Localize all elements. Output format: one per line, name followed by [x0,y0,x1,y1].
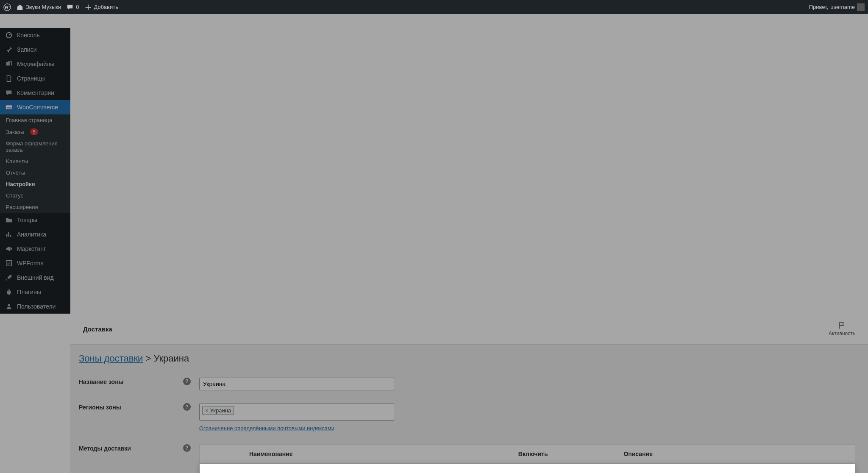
svg-point-5 [8,304,10,306]
username: username [830,4,855,10]
folder-icon [5,216,13,224]
site-home-link[interactable]: Звуки Музыки [16,3,61,11]
wc-header: Доставка Активность [70,314,868,345]
menu-plugins[interactable]: Плагины [0,285,70,299]
region-tag-label: Украина [210,407,231,414]
zone-name-label: Название зоны [79,378,124,385]
add-new-link[interactable]: Добавить [84,3,118,11]
admin-sidebar: Консоль Записи Медиафайлы Страницы Комме… [0,28,70,314]
chart-icon [5,231,13,238]
add-new-label: Добавить [94,4,118,10]
menu-analytics[interactable]: Аналитика [0,227,70,242]
methods-label: Методы доставки [79,445,131,452]
media-icon [5,60,13,68]
col-enable-header: Включить [512,445,617,464]
menu-pages[interactable]: Страницы [0,71,70,86]
comment-icon [5,89,13,97]
woo-submenu: Главная страница Заказы 5 Форма оформлен… [0,114,70,213]
zone-regions-label: Регионы зоны [79,404,121,411]
wordpress-icon [3,3,11,11]
remove-tag-icon[interactable]: × [205,407,209,414]
activity-panel-toggle[interactable]: Активность [829,321,855,337]
menu-wpforms[interactable]: WPForms [0,256,70,270]
col-name-header: Наименование [242,445,512,464]
megaphone-icon [5,245,13,253]
page-title: Доставка [83,326,112,333]
flag-icon [837,321,846,330]
svg-text:woo: woo [6,106,13,109]
content-area: Доставка Активность Зоны доставки > Укра… [70,314,868,473]
breadcrumb-root-link[interactable]: Зоны доставки [79,353,143,364]
admin-bar: Звуки Музыки 0 Добавить Привет, username [0,0,868,14]
limit-postcodes-link[interactable]: Ограничение определёнными почтовыми инде… [199,425,334,431]
comments-link[interactable]: 0 [66,3,79,11]
brush-icon [5,274,13,281]
menu-products[interactable]: Товары [0,213,70,227]
user-icon [5,303,13,310]
form-icon [5,259,13,267]
zone-regions-select[interactable]: × Украина [199,403,394,421]
menu-posts[interactable]: Записи [0,42,70,57]
wp-logo[interactable] [3,3,11,11]
menu-comments[interactable]: Комментарии [0,86,70,100]
menu-pointer-icon [67,104,70,111]
menu-woocommerce[interactable]: woo WooCommerce [0,100,70,114]
page-icon [5,75,13,82]
pin-icon [5,46,13,53]
submenu-checkout-form[interactable]: Форма оформления заказа [0,138,70,156]
submenu-extensions[interactable]: Расширения [0,201,70,213]
woo-icon: woo [5,103,13,111]
region-tag: × Украина [202,406,234,415]
submenu-customers[interactable]: Клиенты [0,156,70,167]
zone-name-input[interactable] [199,378,394,390]
comment-icon [66,3,74,11]
account-link[interactable]: Привет, username [809,3,865,11]
breadcrumb: Зоны доставки > Украина [79,353,860,364]
menu-marketing[interactable]: Маркетинг [0,242,70,256]
submenu-home[interactable]: Главная страница [0,114,70,126]
site-name: Звуки Музыки [26,4,61,10]
dashboard-icon [5,31,13,39]
comments-count: 0 [76,4,79,10]
submenu-settings[interactable]: Настройки [0,178,70,190]
submenu-status[interactable]: Статус [0,190,70,201]
menu-appearance[interactable]: Внешний вид [0,270,70,285]
avatar [857,3,865,11]
breadcrumb-sep: > [145,353,151,364]
menu-dashboard[interactable]: Консоль [0,28,70,42]
zone-form: Название зоны ? Регионы зоны ? [79,373,860,473]
submenu-orders[interactable]: Заказы 5 [0,126,70,138]
activity-label: Активность [829,331,855,337]
plugin-icon [5,288,13,296]
plus-icon [84,3,92,11]
col-desc-header: Описание [617,445,855,464]
orders-badge: 5 [30,128,38,135]
shipping-methods-table: Наименование Включить Описание ≡ Единая … [199,444,855,473]
help-tip-icon[interactable]: ? [183,403,191,411]
howdy-prefix: Привет, [809,4,829,10]
breadcrumb-leaf: Украина [153,353,189,364]
help-tip-icon[interactable]: ? [183,444,191,452]
menu-media[interactable]: Медиафайлы [0,57,70,71]
menu-users[interactable]: Пользователи [0,299,70,314]
home-icon [16,3,24,11]
method-row-flat-rate: ≡ Единая ставка Изменить | Удалить [200,464,855,473]
submenu-reports[interactable]: Отчёты [0,167,70,178]
help-tip-icon[interactable]: ? [183,378,191,385]
